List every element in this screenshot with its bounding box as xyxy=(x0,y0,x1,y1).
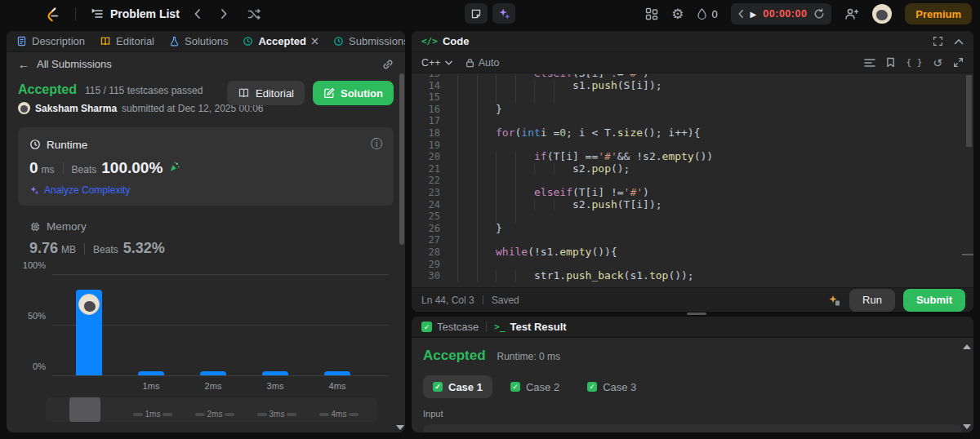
format-code-icon[interactable] xyxy=(864,58,875,68)
runtime-card[interactable]: Runtime ⓘ 0 ms Beats 100.00% Analyze Com… xyxy=(18,127,394,206)
line-number: 25 xyxy=(412,211,457,223)
brush-selection[interactable] xyxy=(69,397,100,422)
code-editor[interactable]: 13else if(S[i] != '#')14s1.push(S[i]);15… xyxy=(412,74,973,287)
snippets-icon[interactable]: { } xyxy=(906,57,922,68)
testcase-input-field[interactable]: s = xyxy=(423,424,962,432)
tab-editorial[interactable]: Editorial xyxy=(100,35,154,47)
tab-accepted[interactable]: Accepted xyxy=(243,35,318,47)
settings-gear-icon[interactable]: ⚙ xyxy=(671,6,684,23)
tab-solutions[interactable]: Solutions xyxy=(169,35,228,47)
runtime-distribution-chart[interactable]: 0%50%100%1ms2ms3ms4ms xyxy=(52,275,389,376)
code-line[interactable]: 24s2.push(T[i]); xyxy=(412,199,973,211)
overview-ruler-mark xyxy=(962,254,973,255)
expand-code-icon[interactable] xyxy=(933,36,943,47)
random-problem-button[interactable] xyxy=(242,8,267,20)
next-problem-button[interactable] xyxy=(215,8,234,20)
maximize-icon[interactable] xyxy=(953,57,964,68)
streak-counter[interactable]: 0 xyxy=(697,7,717,20)
line-number: 24 xyxy=(412,199,457,211)
bookmark-icon[interactable] xyxy=(886,57,895,68)
editor-status-bar: Ln 44, Col 3 Saved Run Submit xyxy=(412,287,973,312)
problem-list-button[interactable]: Problem List xyxy=(91,7,180,20)
timer-widget[interactable]: ▶ 00:00:00 xyxy=(731,3,832,24)
tab-description[interactable]: Description xyxy=(16,35,85,47)
invite-user-icon[interactable] xyxy=(844,7,859,20)
user-avatar[interactable] xyxy=(872,4,892,24)
chart-x-tick: 2ms xyxy=(195,381,231,391)
collapse-code-icon[interactable] xyxy=(954,38,964,45)
case-button-1[interactable]: ✓Case 1 xyxy=(423,375,492,398)
chart-bar-4ms[interactable] xyxy=(324,371,350,375)
reset-code-icon[interactable]: ↺ xyxy=(933,56,942,69)
code-line[interactable]: 28while(!s1.empty()){ xyxy=(412,246,973,259)
all-submissions-label: All Submissions xyxy=(37,58,112,70)
editorial-book-icon xyxy=(238,87,250,99)
analyze-complexity-link[interactable]: Analyze Complexity xyxy=(44,184,130,196)
code-line[interactable]: 25 xyxy=(412,211,973,223)
code-scrollbar[interactable] xyxy=(966,75,972,147)
notes-button[interactable] xyxy=(465,3,488,24)
close-tab-icon[interactable] xyxy=(311,38,318,45)
layout-grid-icon[interactable] xyxy=(645,7,658,20)
submission-panel: Description Editorial Solutions Accepted… xyxy=(7,31,405,432)
submit-button[interactable]: Submit xyxy=(903,289,965,312)
chart-bar-2ms[interactable] xyxy=(200,371,226,375)
case-check-icon: ✓ xyxy=(433,382,443,392)
debugger-icon[interactable] xyxy=(828,294,841,307)
code-line[interactable]: 14s1.push(S[i]); xyxy=(412,80,973,92)
code-line[interactable]: 18for(int i = 0; i < T.size(); i++){ xyxy=(412,127,973,140)
prev-problem-button[interactable] xyxy=(188,8,207,20)
test-scroll-up-icon[interactable] xyxy=(963,344,971,349)
tab-submissions[interactable]: Submissions xyxy=(333,35,405,47)
premium-button[interactable]: Premium xyxy=(905,3,972,24)
auto-save-toggle[interactable]: Auto xyxy=(466,57,500,69)
language-selector[interactable]: C++ xyxy=(421,57,452,69)
chart-range-brush[interactable]: 1ms2ms3ms4ms xyxy=(46,397,377,422)
tab-testcase[interactable]: ✓ Testcase xyxy=(421,321,479,333)
chart-bar-1ms[interactable] xyxy=(138,371,164,375)
editorial-button[interactable]: Editorial xyxy=(227,81,305,105)
topbar-divider xyxy=(75,7,76,20)
timer-play-icon[interactable]: ▶ xyxy=(751,10,757,19)
panel-resize-handle[interactable] xyxy=(687,313,706,315)
back-arrow-icon: ← xyxy=(18,58,29,71)
line-number: 14 xyxy=(412,80,457,92)
all-submissions-back[interactable]: ← All Submissions xyxy=(7,52,405,76)
code-line[interactable]: 17 xyxy=(412,115,973,127)
ai-assistant-button[interactable] xyxy=(492,3,515,24)
code-line[interactable]: 16} xyxy=(412,104,973,116)
solution-button[interactable]: Solution xyxy=(313,81,394,105)
test-scroll-down-icon[interactable] xyxy=(963,424,971,429)
code-line[interactable]: 21s2.pop(); xyxy=(412,163,973,175)
memory-section[interactable]: Memory 9.76 MB Beats 5.32% xyxy=(29,220,394,257)
chart-bar-3ms[interactable] xyxy=(262,371,288,375)
copy-link-icon[interactable] xyxy=(382,59,394,70)
input-label: Input xyxy=(423,409,962,419)
case-button-3[interactable]: ✓Case 3 xyxy=(577,375,646,398)
leetcode-logo[interactable] xyxy=(44,5,60,23)
runtime-info-icon[interactable]: ⓘ xyxy=(371,137,382,152)
code-line[interactable]: 13else if(S[i] != '#') xyxy=(412,74,973,80)
code-line[interactable]: 29 xyxy=(412,259,973,271)
code-line[interactable]: 23else if(T[i] != '#') xyxy=(412,187,973,199)
code-line[interactable]: 19 xyxy=(412,140,973,152)
code-line[interactable]: 15 xyxy=(412,91,973,104)
submitter-name[interactable]: Saksham Sharma xyxy=(35,103,117,114)
line-number: 28 xyxy=(412,246,457,259)
brush-tick: 1ms xyxy=(127,410,179,419)
submission-history-icon xyxy=(243,36,253,47)
test-result-panel: ✓ Testcase >_ Test Result Accepted Runti… xyxy=(412,317,973,432)
problem-list-icon xyxy=(91,7,104,20)
code-line[interactable]: 22 xyxy=(412,175,973,187)
timer-reset-icon[interactable] xyxy=(813,8,825,20)
tab-test-result[interactable]: >_ Test Result xyxy=(494,321,566,333)
left-panel-scroll-down-icon[interactable] xyxy=(396,425,404,430)
code-line[interactable]: 26} xyxy=(412,223,973,235)
left-panel-scrollbar[interactable] xyxy=(399,73,404,245)
run-button[interactable]: Run xyxy=(849,289,895,312)
left-tab-bar: Description Editorial Solutions Accepted… xyxy=(7,31,405,52)
code-line[interactable]: 27 xyxy=(412,234,973,246)
case-button-2[interactable]: ✓Case 2 xyxy=(501,375,569,398)
code-line[interactable]: 20if(T[i] == '#' && !s2.empty()) xyxy=(412,151,973,163)
code-line[interactable]: 30str1.push_back(s1.top()); xyxy=(412,270,973,282)
